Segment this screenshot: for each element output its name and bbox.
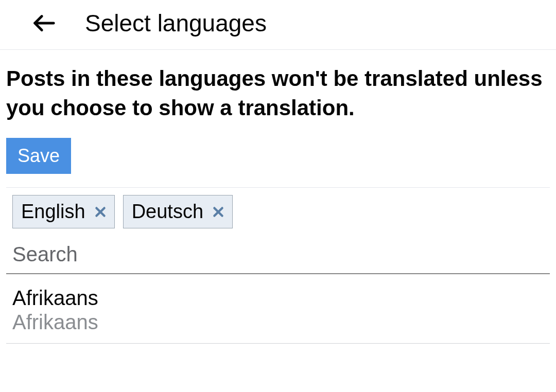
back-arrow-icon[interactable] bbox=[31, 10, 57, 36]
language-chip[interactable]: English bbox=[12, 195, 115, 228]
search-wrap bbox=[6, 238, 550, 274]
chip-label: Deutsch bbox=[132, 201, 203, 223]
language-list-item[interactable]: Afrikaans Afrikaans bbox=[6, 274, 550, 344]
description-text: Posts in these languages won't be transl… bbox=[6, 64, 550, 122]
content: Posts in these languages won't be transl… bbox=[0, 50, 556, 344]
list-item-subtitle: Afrikaans bbox=[12, 311, 544, 334]
language-chip[interactable]: Deutsch bbox=[123, 195, 233, 228]
chip-label: English bbox=[21, 201, 85, 223]
header: Select languages bbox=[0, 0, 556, 50]
list-item-title: Afrikaans bbox=[12, 287, 544, 310]
page-title: Select languages bbox=[85, 9, 267, 37]
close-icon[interactable] bbox=[212, 205, 225, 219]
selected-languages-row: English Deutsch bbox=[6, 187, 550, 228]
save-button[interactable]: Save bbox=[6, 138, 71, 174]
close-icon[interactable] bbox=[94, 205, 107, 219]
search-input[interactable] bbox=[12, 238, 544, 273]
